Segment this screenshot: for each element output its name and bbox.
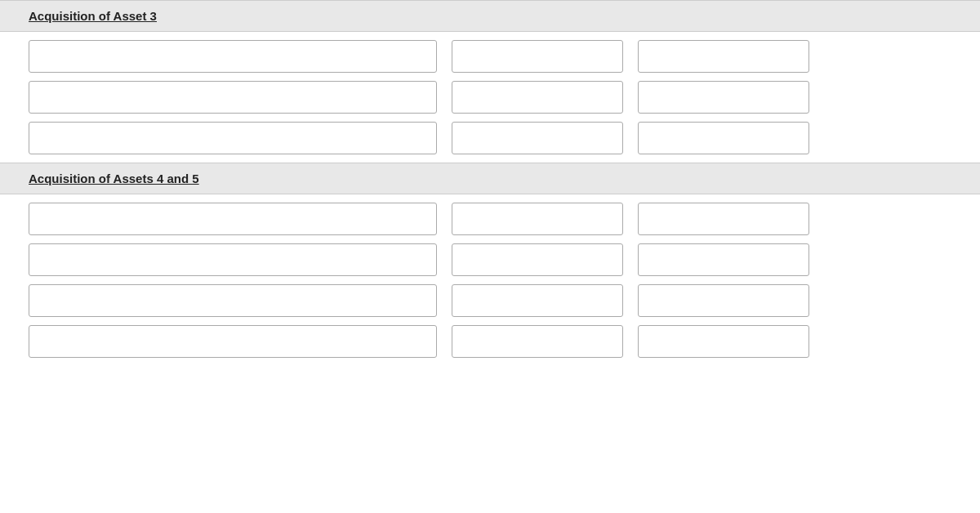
- section-header-asset3: Acquisition of Asset 3: [0, 0, 980, 32]
- asset3-row1-field1[interactable]: [29, 40, 437, 73]
- section-rows-assets4and5: [0, 194, 980, 366]
- asset3-row3-field3[interactable]: [638, 122, 809, 154]
- assets45-row3-field2[interactable]: [452, 284, 623, 317]
- asset3-row1-field3[interactable]: [638, 40, 809, 73]
- assets45-row4-field3[interactable]: [638, 325, 809, 358]
- page-container: Acquisition of Asset 3 Acquisition of As…: [0, 0, 980, 366]
- table-row: [29, 122, 951, 154]
- asset3-row3-field1[interactable]: [29, 122, 437, 154]
- table-row: [29, 81, 951, 114]
- table-row: [29, 243, 951, 276]
- assets45-row3-field3[interactable]: [638, 284, 809, 317]
- assets45-row1-field3[interactable]: [638, 203, 809, 235]
- assets45-row1-field1[interactable]: [29, 203, 437, 235]
- table-row: [29, 40, 951, 73]
- assets45-row1-field2[interactable]: [452, 203, 623, 235]
- assets45-row2-field3[interactable]: [638, 243, 809, 276]
- section-title-asset3: Acquisition of Asset 3: [29, 9, 157, 23]
- section-header-assets4and5: Acquisition of Assets 4 and 5: [0, 163, 980, 194]
- asset3-row2-field2[interactable]: [452, 81, 623, 114]
- table-row: [29, 203, 951, 235]
- asset3-row1-field2[interactable]: [452, 40, 623, 73]
- assets45-row4-field1[interactable]: [29, 325, 437, 358]
- table-row: [29, 284, 951, 317]
- section-rows-asset3: [0, 32, 980, 163]
- asset3-row2-field1[interactable]: [29, 81, 437, 114]
- table-row: [29, 325, 951, 358]
- assets45-row3-field1[interactable]: [29, 284, 437, 317]
- assets45-row2-field2[interactable]: [452, 243, 623, 276]
- section-title-assets4and5: Acquisition of Assets 4 and 5: [29, 172, 199, 185]
- assets45-row2-field1[interactable]: [29, 243, 437, 276]
- asset3-row2-field3[interactable]: [638, 81, 809, 114]
- asset3-row3-field2[interactable]: [452, 122, 623, 154]
- assets45-row4-field2[interactable]: [452, 325, 623, 358]
